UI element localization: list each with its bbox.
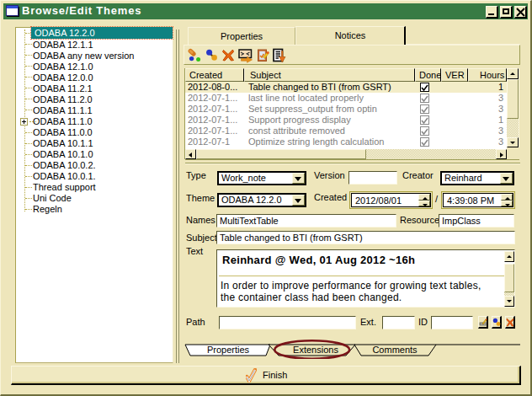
- svg-text:Comments: Comments: [372, 345, 418, 355]
- svg-text:Properties: Properties: [207, 345, 250, 355]
- svg-text:Extensions: Extensions: [293, 345, 338, 355]
